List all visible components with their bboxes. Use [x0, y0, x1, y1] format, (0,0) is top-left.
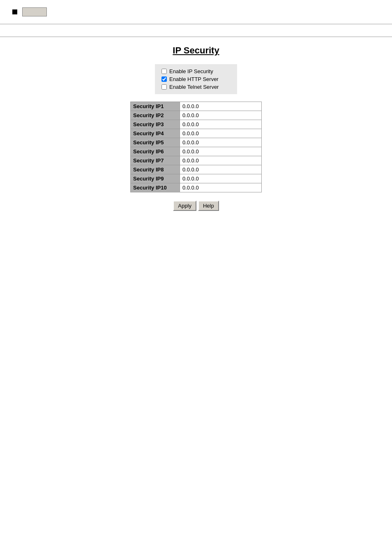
ip-value-cell-8[interactable] [180, 165, 261, 174]
ip-value-cell-7[interactable] [180, 156, 261, 165]
nav-box [22, 7, 47, 16]
table-row: Security IP1 [131, 102, 262, 111]
ip-security-table: Security IP1Security IP2Security IP3Secu… [130, 102, 262, 192]
ip-label-3: Security IP3 [131, 120, 180, 129]
security-ip-2-input[interactable] [182, 112, 259, 118]
ip-label-2: Security IP2 [131, 111, 180, 120]
ip-value-cell-9[interactable] [180, 174, 261, 183]
security-ip-4-input[interactable] [182, 130, 259, 136]
enable-telnet-server-label[interactable]: Enable Telnet Server [169, 84, 219, 90]
apply-button[interactable]: Apply [173, 201, 196, 211]
table-row: Security IP5 [131, 138, 262, 147]
ip-label-10: Security IP10 [131, 183, 180, 192]
checkbox-group: Enable IP Security Enable HTTP Server En… [155, 64, 237, 94]
ip-value-cell-4[interactable] [180, 129, 261, 138]
table-row: Security IP9 [131, 174, 262, 183]
table-row: Security IP7 [131, 156, 262, 165]
table-row: Security IP4 [131, 129, 262, 138]
help-button[interactable]: Help [198, 201, 219, 211]
ip-value-cell-6[interactable] [180, 147, 261, 156]
table-row: Security IP6 [131, 147, 262, 156]
ip-label-7: Security IP7 [131, 156, 180, 165]
checkbox-row-ip-security: Enable IP Security [161, 68, 231, 74]
security-ip-1-input[interactable] [182, 103, 259, 109]
ip-value-cell-10[interactable] [180, 183, 261, 192]
bullet-icon: ■ [12, 9, 17, 14]
ip-label-9: Security IP9 [131, 174, 180, 183]
ip-value-cell-3[interactable] [180, 120, 261, 129]
security-ip-9-input[interactable] [182, 176, 259, 182]
checkbox-row-http-server: Enable HTTP Server [161, 76, 231, 82]
enable-http-server-label[interactable]: Enable HTTP Server [169, 76, 219, 82]
security-ip-5-input[interactable] [182, 139, 259, 146]
security-ip-10-input[interactable] [182, 185, 259, 191]
ip-label-8: Security IP8 [131, 165, 180, 174]
security-ip-8-input[interactable] [182, 166, 259, 173]
ip-label-4: Security IP4 [131, 129, 180, 138]
security-ip-7-input[interactable] [182, 157, 259, 164]
table-row: Security IP3 [131, 120, 262, 129]
enable-ip-security-checkbox[interactable] [161, 69, 167, 74]
main-content: IP Security Enable IP Security Enable HT… [0, 37, 392, 211]
enable-telnet-server-checkbox[interactable] [161, 84, 167, 90]
table-row: Security IP10 [131, 183, 262, 192]
table-row: Security IP8 [131, 165, 262, 174]
security-ip-6-input[interactable] [182, 148, 259, 155]
ip-label-6: Security IP6 [131, 147, 180, 156]
ip-label-5: Security IP5 [131, 138, 180, 147]
button-row: Apply Help [173, 201, 219, 211]
spacer [0, 24, 392, 37]
checkbox-row-telnet-server: Enable Telnet Server [161, 84, 231, 90]
enable-http-server-checkbox[interactable] [161, 76, 167, 82]
security-ip-3-input[interactable] [182, 121, 259, 127]
table-row: Security IP2 [131, 111, 262, 120]
ip-label-1: Security IP1 [131, 102, 180, 111]
enable-ip-security-label[interactable]: Enable IP Security [169, 68, 213, 74]
ip-value-cell-1[interactable] [180, 102, 261, 111]
ip-value-cell-2[interactable] [180, 111, 261, 120]
page-title: IP Security [173, 45, 219, 56]
top-bar: ■ [0, 0, 392, 24]
ip-value-cell-5[interactable] [180, 138, 261, 147]
